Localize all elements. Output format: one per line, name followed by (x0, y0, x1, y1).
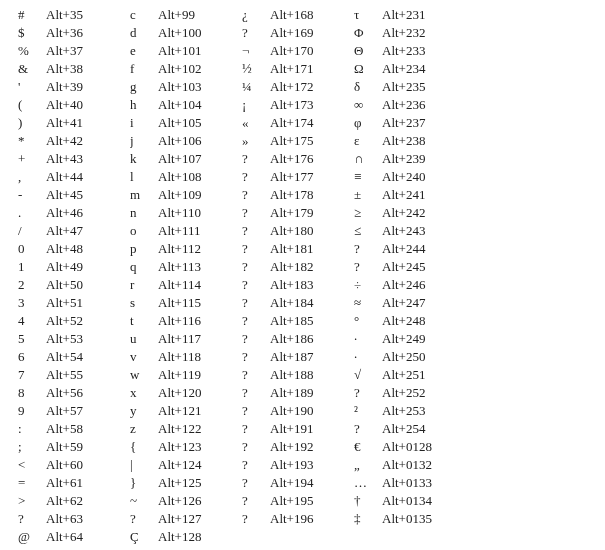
table-row: eAlt+101 (130, 42, 232, 60)
altcode-cell: Alt+58 (46, 420, 120, 438)
character-cell: - (18, 186, 46, 204)
table-row: ¬Alt+170 (242, 42, 344, 60)
character-cell: 1 (18, 258, 46, 276)
character-cell: 8 (18, 384, 46, 402)
character-cell: g (130, 78, 158, 96)
table-row: :Alt+58 (18, 420, 120, 438)
table-row: ∞Alt+236 (354, 96, 456, 114)
character-cell: ² (354, 402, 382, 420)
table-row: 7Alt+55 (18, 366, 120, 384)
altcode-cell: Alt+126 (158, 492, 232, 510)
table-row: ;Alt+59 (18, 438, 120, 456)
table-row: ·Alt+249 (354, 330, 456, 348)
altcode-cell: Alt+169 (270, 24, 344, 42)
table-row: ≡Alt+240 (354, 168, 456, 186)
character-cell: 6 (18, 348, 46, 366)
table-row: ²Alt+253 (354, 402, 456, 420)
altcode-cell: Alt+44 (46, 168, 120, 186)
character-cell: ≈ (354, 294, 382, 312)
table-row: /Alt+47 (18, 222, 120, 240)
table-row: -Alt+45 (18, 186, 120, 204)
character-cell: ? (242, 168, 270, 186)
column-1: #Alt+35$Alt+36%Alt+37&Alt+38'Alt+39(Alt+… (18, 6, 120, 546)
altcode-cell: Alt+113 (158, 258, 232, 276)
altcode-cell: Alt+247 (382, 294, 456, 312)
character-cell: ? (242, 366, 270, 384)
altcode-cell: Alt+180 (270, 222, 344, 240)
character-cell: ¼ (242, 78, 270, 96)
table-row: pAlt+112 (130, 240, 232, 258)
table-row: >Alt+62 (18, 492, 120, 510)
altcode-cell: Alt+118 (158, 348, 232, 366)
altcode-cell: Alt+189 (270, 384, 344, 402)
altcode-cell: Alt+105 (158, 114, 232, 132)
character-cell: 2 (18, 276, 46, 294)
altcode-cell: Alt+52 (46, 312, 120, 330)
altcode-cell: Alt+249 (382, 330, 456, 348)
altcode-cell: Alt+184 (270, 294, 344, 312)
table-row: τAlt+231 (354, 6, 456, 24)
table-row: yAlt+121 (130, 402, 232, 420)
altcode-cell: Alt+235 (382, 78, 456, 96)
altcode-cell: Alt+242 (382, 204, 456, 222)
character-cell: ? (242, 240, 270, 258)
table-row: ?Alt+176 (242, 150, 344, 168)
altcode-cell: Alt+128 (158, 528, 232, 546)
character-cell: ¬ (242, 42, 270, 60)
character-cell: τ (354, 6, 382, 24)
altcode-cell: Alt+172 (270, 78, 344, 96)
altcode-cell: Alt+104 (158, 96, 232, 114)
character-cell: 0 (18, 240, 46, 258)
character-cell: w (130, 366, 158, 384)
character-cell: … (354, 474, 382, 492)
table-row: ¿Alt+168 (242, 6, 344, 24)
altcode-cell: Alt+239 (382, 150, 456, 168)
character-cell: ? (130, 510, 158, 528)
character-cell: { (130, 438, 158, 456)
character-cell: l (130, 168, 158, 186)
table-row: 3Alt+51 (18, 294, 120, 312)
table-row: †Alt+0134 (354, 492, 456, 510)
character-cell: ? (242, 24, 270, 42)
table-row: =Alt+61 (18, 474, 120, 492)
character-cell: ‡ (354, 510, 382, 528)
character-cell: ? (242, 150, 270, 168)
table-row: ?Alt+195 (242, 492, 344, 510)
altcode-cell: Alt+193 (270, 456, 344, 474)
altcode-cell: Alt+49 (46, 258, 120, 276)
table-row: ¡Alt+173 (242, 96, 344, 114)
altcode-cell: Alt+45 (46, 186, 120, 204)
table-row: ?Alt+194 (242, 474, 344, 492)
character-cell: ≤ (354, 222, 382, 240)
table-row: $Alt+36 (18, 24, 120, 42)
altcode-cell: Alt+243 (382, 222, 456, 240)
altcode-cell: Alt+244 (382, 240, 456, 258)
character-cell: ? (354, 258, 382, 276)
altcode-cell: Alt+107 (158, 150, 232, 168)
table-row: wAlt+119 (130, 366, 232, 384)
table-row: ±Alt+241 (354, 186, 456, 204)
table-row: 8Alt+56 (18, 384, 120, 402)
table-row: mAlt+109 (130, 186, 232, 204)
altcode-cell: Alt+191 (270, 420, 344, 438)
table-row: ÷Alt+246 (354, 276, 456, 294)
table-row: ?Alt+196 (242, 510, 344, 528)
table-row: ≥Alt+242 (354, 204, 456, 222)
altcode-cell: Alt+100 (158, 24, 232, 42)
table-row: ≈Alt+247 (354, 294, 456, 312)
altcode-cell: Alt+50 (46, 276, 120, 294)
altcode-cell: Alt+0128 (382, 438, 456, 456)
character-cell: t (130, 312, 158, 330)
altcode-cell: Alt+231 (382, 6, 456, 24)
character-cell: $ (18, 24, 46, 42)
altcode-cell: Alt+171 (270, 60, 344, 78)
altcode-cell: Alt+170 (270, 42, 344, 60)
table-row: xAlt+120 (130, 384, 232, 402)
altcode-cell: Alt+192 (270, 438, 344, 456)
character-cell: ~ (130, 492, 158, 510)
table-row: ÇAlt+128 (130, 528, 232, 546)
altcode-cell: Alt+232 (382, 24, 456, 42)
altcode-cell: Alt+35 (46, 6, 120, 24)
altcode-cell: Alt+124 (158, 456, 232, 474)
character-cell: k (130, 150, 158, 168)
